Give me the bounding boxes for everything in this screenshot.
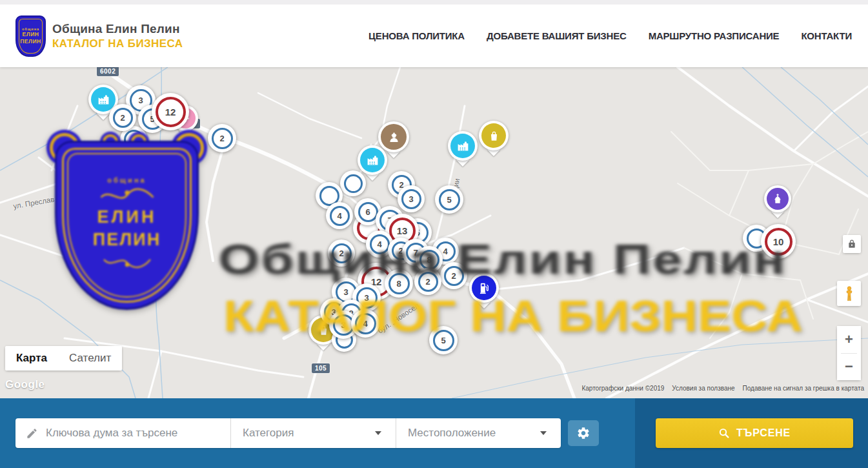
cluster-count: 4 [337,212,341,220]
bag-icon [317,323,330,337]
top-strip [0,0,868,5]
lock-control[interactable] [843,235,861,253]
cluster-count: 10 [773,237,784,247]
cluster-count: 2 [219,134,224,143]
cluster-marker[interactable]: 12 [152,93,189,130]
pin-fuel[interactable] [469,273,499,309]
street-view-pegman[interactable] [837,281,861,306]
nav-item-add-your-business[interactable]: ДОБАВЕТЕ ВАШИЯТ БИЗНЕС [487,30,627,41]
cluster-marker[interactable]: 4 [351,309,379,338]
church-icon [771,192,784,205]
cluster-marker[interactable]: 5 [435,185,463,214]
cluster-count: 5 [441,336,445,345]
cluster-marker[interactable]: 5 [429,326,458,354]
cluster-count: 3 [343,288,348,296]
emblem-line1: ЕЛИН [23,32,39,38]
chevron-down-icon [375,431,381,435]
category-value: Категория [243,427,294,440]
pin-factory[interactable] [448,131,478,167]
cluster-marker[interactable]: 2 [414,268,441,295]
factory-icon [366,154,379,167]
location-select[interactable]: Местоположение [396,418,561,448]
terms-of-use-link[interactable]: Условия за ползване [672,385,734,392]
nav-item-route-schedule[interactable]: МАРШРУТНО РАЗПИСАНИЕ [649,30,780,41]
cluster-count: 3 [409,195,413,203]
search-bar-left: Категория Местоположение [0,398,635,468]
cluster-marker[interactable]: 2 [440,262,467,289]
cluster-count: 2 [425,278,430,286]
nav-item-contacts[interactable]: КОНТАКТИ [801,30,852,41]
nav-item-pricing-policy[interactable]: ЦЕНОВА ПОЛИТИКА [368,30,465,41]
advanced-settings-button[interactable] [568,420,599,446]
pegman-icon [843,285,856,303]
emblem-line2: ПЕЛИН [20,39,41,45]
worker-icon [387,130,401,144]
site-title: Община Елин Пелин [52,22,183,36]
zoom-out-button[interactable]: − [837,354,861,381]
keyword-field-wrap [15,418,230,448]
pencil-icon [26,427,38,440]
pin-factory[interactable] [358,145,387,181]
markers-layer: 32512223546751342274821012823338345 [0,67,868,398]
cluster-count: 2 [120,114,125,122]
cluster-count: 2 [451,272,456,280]
cluster-count: 3 [341,321,345,329]
cluster-count: 8 [427,256,431,264]
chevron-down-icon [540,431,547,435]
cluster-marker[interactable]: 8 [385,269,413,298]
search-button-label: ТЪРСЕНЕ [736,427,791,439]
cluster-marker[interactable]: 2 [208,124,236,152]
cluster-marker[interactable]: 10 [761,224,796,259]
cluster-count: 2 [339,249,343,258]
page: община ЕЛИН ПЕЛИН Община Елин Пелин КАТА… [0,0,868,468]
search-bar-right: ТЪРСЕНЕ [635,398,868,468]
main-nav: ЦЕНОВА ПОЛИТИКА ДОБАВЕТЕ ВАШИЯТ БИЗНЕС М… [368,30,852,41]
municipality-emblem-icon: община ЕЛИН ПЕЛИН [15,15,46,57]
cluster-marker[interactable]: 4 [326,202,353,229]
zoom-control: + − [837,326,861,380]
category-select[interactable]: Категория [231,418,396,448]
cluster-count: 8 [396,280,401,288]
cluster-count: 3 [364,294,368,302]
zoom-in-button[interactable]: + [837,326,861,353]
satellite-view-button[interactable]: Сателит [58,346,122,371]
location-value: Местоположение [408,427,496,440]
search-button[interactable]: ТЪРСЕНЕ [656,418,853,448]
cluster-marker[interactable]: 2 [109,104,136,131]
cluster-marker[interactable]: 2 [328,239,355,267]
cluster-count: 4 [443,247,447,256]
cluster-marker[interactable]: 3 [398,185,425,212]
map-canvas[interactable]: 6002105ул. Преславбул. „Новоселции 32512… [0,67,868,398]
brand-text: Община Елин Пелин КАТАЛОГ НА БИЗНЕСА [52,22,183,50]
keyword-input[interactable] [46,427,230,440]
emblem-top-text: община [22,27,39,31]
site-subtitle: КАТАЛОГ НА БИЗНЕСА [52,37,183,50]
pin-church[interactable] [764,185,791,218]
header: община ЕЛИН ПЕЛИН Община Елин Пелин КАТА… [0,5,868,67]
search-fields-group: Категория Местоположение [15,418,561,448]
google-logo[interactable]: Google [5,378,45,391]
cluster-count: 6 [365,208,370,216]
fuel-icon [478,281,491,295]
factory-icon [97,93,110,107]
map-data-copyright: Картографски данни ©2019 [581,385,664,392]
cluster-count: 5 [447,196,451,204]
cluster-count: 4 [377,240,381,249]
cluster-count: 12 [165,107,176,117]
cluster-count: 13 [397,226,408,236]
pin-bag[interactable] [479,121,509,156]
search-bar: Категория Местоположение [0,398,868,468]
factory-icon [456,139,470,153]
gear-icon [576,426,590,440]
search-icon [718,427,730,439]
map-type-control: Карта Сателит [5,346,122,371]
cluster-count: 4 [363,320,367,328]
map-view-button[interactable]: Карта [5,346,58,371]
bag-icon [487,129,501,143]
cluster-count: 3 [138,96,143,105]
map-attribution: Картографски данни ©2019 Условия за полз… [581,385,864,392]
lock-icon [847,239,856,249]
report-map-error-link[interactable]: Подаване на сигнал за грешка в картата [743,385,864,392]
brand-logo[interactable]: община ЕЛИН ПЕЛИН Община Елин Пелин КАТА… [15,15,183,57]
